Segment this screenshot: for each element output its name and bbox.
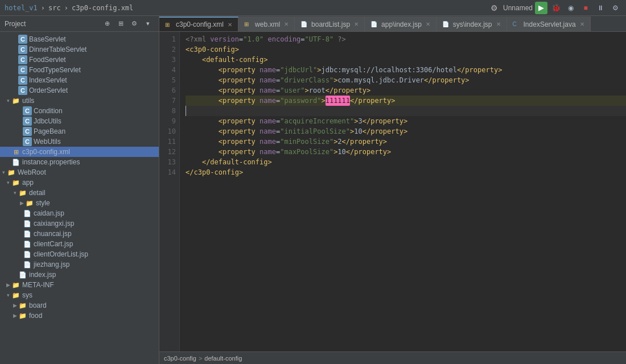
tree-item-detail[interactable]: ▾ 📁 detail xyxy=(0,188,159,198)
project-name: hotel_v1 xyxy=(5,4,38,12)
expand-arrow: ▾ xyxy=(0,169,7,175)
tree-item-IndexServlet[interactable]: C IndexServlet xyxy=(0,75,159,85)
tab-label: c3p0-config.xml xyxy=(176,20,224,28)
tree-label: caixiangxi.jsp xyxy=(34,220,74,228)
main-layout: Project ⊕ ⊞ ⚙ ▾ C BaseServlet C DinnerTa xyxy=(0,16,626,364)
code-line-6: <property name="user">root</property> xyxy=(186,85,626,96)
xml-tab-icon: ⊞ xyxy=(165,20,173,28)
tab-close-icon[interactable]: ✕ xyxy=(580,21,584,27)
tree-item-DinnerTableServlet[interactable]: C DinnerTableServlet xyxy=(0,44,159,55)
code-line-12: <property name="maxPoolSize">10</propert… xyxy=(186,147,626,157)
tree-item-WebUtils[interactable]: C WebUtils xyxy=(0,136,159,147)
tab-sys-index[interactable]: 📄 sys\index.jsp ✕ xyxy=(436,16,507,31)
code-editor[interactable]: 1 2 3 4 5 6 7 8 9 10 11 12 13 14 <?xml v… xyxy=(159,32,626,351)
editor-area: ⊞ c3p0-config.xml ✕ ⊞ web.xml ✕ 📄 boardL… xyxy=(159,16,626,364)
run-button[interactable]: ▶ xyxy=(535,2,547,14)
tree-label: chuancai.jsp xyxy=(34,230,72,238)
sidebar-tools: ⊕ ⊞ ⚙ ▾ xyxy=(101,18,154,30)
tree-label: FoodTypeServlet xyxy=(29,66,81,74)
sidebar-tree: C BaseServlet C DinnerTableServlet C Foo… xyxy=(0,32,159,364)
sidebar-tool-4[interactable]: ▾ xyxy=(142,18,154,30)
code-line-9: <property name="acquireIncrement">3</pro… xyxy=(186,116,626,126)
folder-icon: 📁 xyxy=(11,291,20,300)
tree-item-clientOrderList[interactable]: 📄 clientOrderList.jsp xyxy=(0,249,159,259)
jsp-icon: 📄 xyxy=(23,239,32,249)
tree-label: instance.properties xyxy=(22,158,80,166)
tree-item-caidan[interactable]: 📄 caidan.jsp xyxy=(0,208,159,218)
sidebar-tool-3[interactable]: ⚙ xyxy=(128,18,141,30)
tab-close-icon[interactable]: ✕ xyxy=(284,21,289,27)
jsp-tab-icon: 📄 xyxy=(442,20,450,28)
tree-label: food xyxy=(29,312,42,320)
tree-label: PageBean xyxy=(34,127,65,135)
tree-item-caixiangxi[interactable]: 📄 caixiangxi.jsp xyxy=(0,218,159,229)
code-line-13: </default-config> xyxy=(186,157,626,167)
pause-button[interactable]: ⏸ xyxy=(594,2,607,14)
code-line-7: <property name="password">111111</proper… xyxy=(186,96,626,106)
tab-boardList[interactable]: 📄 boardList.jsp ✕ xyxy=(295,16,365,31)
tree-label: DinnerTableServlet xyxy=(29,46,87,53)
tree-item-Condition[interactable]: C Condition xyxy=(0,106,159,116)
tab-close-icon[interactable]: ✕ xyxy=(426,21,430,27)
breadcrumb: c3p0-config > default-config xyxy=(164,355,242,362)
tree-label: sys xyxy=(22,291,32,299)
tree-item-PageBean[interactable]: C PageBean xyxy=(0,126,159,136)
line-numbers: 1 2 3 4 5 6 7 8 9 10 11 12 13 14 xyxy=(159,32,180,351)
tree-item-JdbcUtils[interactable]: C JdbcUtils xyxy=(0,116,159,126)
sidebar-header: Project ⊕ ⊞ ⚙ ▾ xyxy=(0,16,159,32)
tree-item-WebRoot[interactable]: ▾ 📁 WebRoot xyxy=(0,167,159,177)
tree-item-utils[interactable]: ▾ 📁 utils xyxy=(0,96,159,106)
build-button[interactable]: ⚙ xyxy=(488,2,501,14)
tree-label: index.jsp xyxy=(29,271,56,279)
tab-label: app\index.jsp xyxy=(381,20,422,28)
tree-item-jiezhang[interactable]: 📄 jiezhang.jsp xyxy=(0,259,159,270)
tab-close-icon[interactable]: ✕ xyxy=(354,21,359,27)
tree-label: WebRoot xyxy=(18,168,46,176)
stop-button[interactable]: ■ xyxy=(579,2,592,14)
tab-close-icon[interactable]: ✕ xyxy=(496,21,501,27)
code-line-4: <property name="jdbcUrl">jdbc:mysql://lo… xyxy=(186,65,626,75)
tree-item-style[interactable]: ▶ 📁 style xyxy=(0,198,159,208)
tree-item-chuancai[interactable]: 📄 chuancai.jsp xyxy=(0,229,159,239)
tree-item-FoodTypeServlet[interactable]: C FoodTypeServlet xyxy=(0,65,159,75)
tab-app-index[interactable]: 📄 app\index.jsp ✕ xyxy=(365,16,436,31)
tree-item-food[interactable]: ▶ 📁 food xyxy=(0,311,159,321)
class-icon: C xyxy=(18,55,27,64)
sidebar-tool-1[interactable]: ⊕ xyxy=(101,18,113,30)
tree-item-c3p0-config[interactable]: ⊞ c3p0-config.xml xyxy=(0,147,159,157)
tree-item-BaseServlet[interactable]: C BaseServlet xyxy=(0,34,159,44)
tab-label: web.xml xyxy=(255,20,280,28)
class-icon: C xyxy=(18,35,27,44)
tree-item-sys[interactable]: ▾ 📁 sys xyxy=(0,290,159,300)
tree-label: app xyxy=(22,179,34,187)
folder-icon: 📁 xyxy=(18,301,27,310)
tree-item-OrderServlet[interactable]: C OrderServlet xyxy=(0,85,159,96)
tab-close-icon[interactable]: ✕ xyxy=(228,22,232,28)
jsp-icon: 📄 xyxy=(18,270,27,279)
tree-item-instance-properties[interactable]: 📄 instance.properties xyxy=(0,157,159,167)
tree-item-index-jsp[interactable]: 📄 index.jsp xyxy=(0,270,159,280)
code-line-5: <property name="driverClass">com.mysql.j… xyxy=(186,75,626,85)
class-icon: C xyxy=(23,117,32,126)
class-icon: C xyxy=(23,106,32,115)
tree-item-FoodServlet[interactable]: C FoodServlet xyxy=(0,55,159,65)
tree-item-meta-inf[interactable]: ▶ 📁 META-INF xyxy=(0,280,159,290)
tab-web-xml[interactable]: ⊞ web.xml ✕ xyxy=(238,16,295,31)
editor-tabs: ⊞ c3p0-config.xml ✕ ⊞ web.xml ✕ 📄 boardL… xyxy=(159,16,626,32)
settings-button[interactable]: ⚙ xyxy=(609,2,621,14)
tree-item-clientCart[interactable]: 📄 clientCart.jsp xyxy=(0,239,159,249)
tab-IndexServlet[interactable]: C IndexServlet.java ✕ xyxy=(507,16,591,31)
tab-label: boardList.jsp xyxy=(311,20,350,28)
tree-item-app[interactable]: ▾ 📁 app xyxy=(0,177,159,188)
sidebar: Project ⊕ ⊞ ⚙ ▾ C BaseServlet C DinnerTa xyxy=(0,16,159,364)
debug-button[interactable]: 🐞 xyxy=(550,2,562,14)
jsp-icon: 📄 xyxy=(23,209,32,218)
breadcrumb-sep: > xyxy=(199,355,202,362)
tree-item-board[interactable]: ▶ 📁 board xyxy=(0,300,159,311)
class-icon: C xyxy=(18,45,27,54)
coverage-button[interactable]: ◉ xyxy=(565,2,577,14)
tab-c3p0-config[interactable]: ⊞ c3p0-config.xml ✕ xyxy=(159,16,238,31)
sidebar-title: Project xyxy=(5,20,26,28)
tree-label: IndexServlet xyxy=(29,76,67,84)
sidebar-tool-2[interactable]: ⊞ xyxy=(114,18,127,30)
